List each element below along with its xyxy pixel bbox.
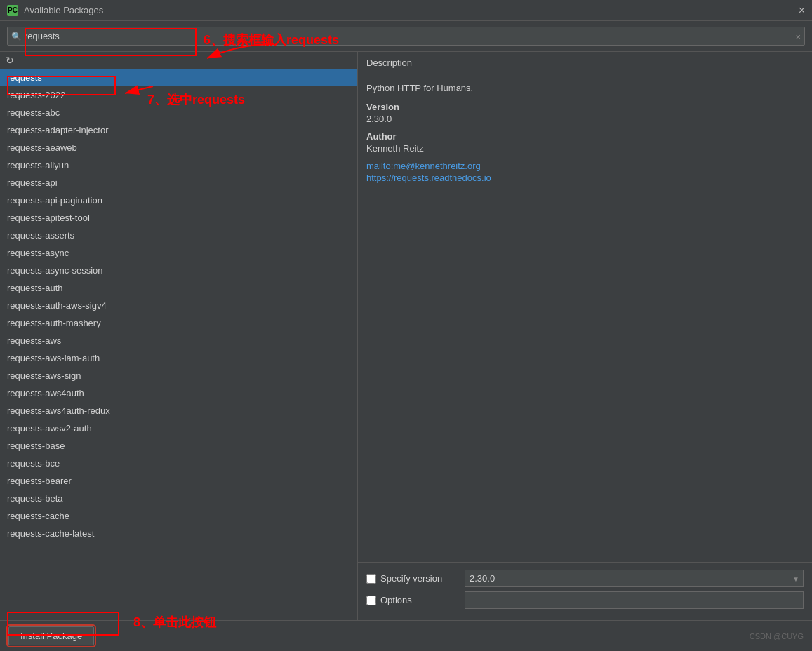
description-body: Python HTTP for Humans. [366,83,804,93]
list-item[interactable]: requests-aws-iam-auth [0,349,357,367]
author-value: Kenneth Reitz [366,143,804,154]
list-item[interactable]: requests-cache-latest [0,525,357,542]
list-item[interactable]: requests-async-session [0,262,357,279]
search-wrapper: 🔍 × [7,27,805,46]
list-item[interactable]: requests-aeaweb [0,139,357,156]
content-area: ↻ requestsrequests-2022requests-abcreque… [0,52,812,620]
list-item[interactable]: requests-aliyun [0,156,357,174]
list-item[interactable]: requests-adapter-injector [0,121,357,139]
list-item[interactable]: requests-auth-mashery [0,314,357,332]
list-item[interactable]: requests-auth-aws-sigv4 [0,297,357,314]
options-input[interactable] [465,591,804,609]
list-item[interactable]: requests-2022 [0,86,357,104]
list-item[interactable]: requests-api-pagination [0,192,357,209]
options-row: Options [366,591,804,609]
list-item[interactable]: requests-bce [0,455,357,472]
list-item[interactable]: requests-aws4auth-redux [0,402,357,420]
version-value: 2.30.0 [366,114,804,124]
clear-search-button[interactable]: × [795,31,801,41]
credit-text: CSDN @CUYG [750,632,804,640]
app-icon: PC [7,5,18,16]
list-item[interactable]: requests-aws [0,332,357,349]
search-input[interactable] [7,27,805,46]
specify-version-checkbox[interactable] [366,574,376,584]
search-icon: 🔍 [11,32,22,41]
description-header: Description [358,52,812,74]
list-item[interactable]: requests-asserts [0,227,357,244]
list-item[interactable]: requests-cache [0,507,357,525]
docs-link[interactable]: https://requests.readthedocs.io [366,173,804,183]
list-item[interactable]: requests [0,69,357,86]
list-item[interactable]: requests-apitest-tool [0,209,357,227]
title-bar: PC Available Packages × [0,0,812,21]
bottom-controls: Specify version 2.30.0 2.29.0 2.28.0 ▼ O… [358,562,812,620]
close-button[interactable]: × [799,5,805,16]
left-panel: ↻ requestsrequests-2022requests-abcreque… [0,52,358,620]
list-item[interactable]: requests-aws-sign [0,367,357,384]
list-item[interactable]: requests-beta [0,490,357,507]
list-item[interactable]: requests-abc [0,104,357,121]
version-select-wrapper: 2.30.0 2.29.0 2.28.0 ▼ [465,570,804,587]
specify-version-label: Specify version [380,573,465,584]
list-item[interactable]: requests-awsv2-auth [0,420,357,437]
list-item[interactable]: requests-bearer [0,472,357,490]
list-item[interactable]: requests-base [0,437,357,455]
list-item[interactable]: requests-api [0,174,357,192]
right-panel: Description Python HTTP for Humans. Vers… [358,52,812,620]
list-item[interactable]: requests-async [0,244,357,262]
window-title: Available Packages [24,5,103,15]
refresh-icon[interactable]: ↻ [6,55,14,66]
search-bar: 🔍 × [0,21,812,52]
refresh-row: ↻ [0,52,357,69]
list-item[interactable]: requests-auth [0,279,357,297]
package-list: requestsrequests-2022requests-abcrequest… [0,69,357,620]
version-select[interactable]: 2.30.0 2.29.0 2.28.0 [465,570,804,587]
main-container: 🔍 × ↻ requestsrequests-2022requests-abcr… [0,21,812,651]
list-item[interactable]: requests-aws4auth [0,384,357,402]
mailto-link[interactable]: mailto:me@kennethreitz.org [366,161,804,171]
version-label: Version [366,102,804,112]
options-checkbox[interactable] [366,596,376,605]
options-label: Options [380,595,465,605]
specify-version-row: Specify version 2.30.0 2.29.0 2.28.0 ▼ [366,570,804,587]
description-content: Python HTTP for Humans. Version 2.30.0 A… [358,74,812,562]
author-label: Author [366,131,804,142]
footer: Install Package CSDN @CUYG [0,620,812,651]
install-package-button[interactable]: Install Package [8,626,94,645]
